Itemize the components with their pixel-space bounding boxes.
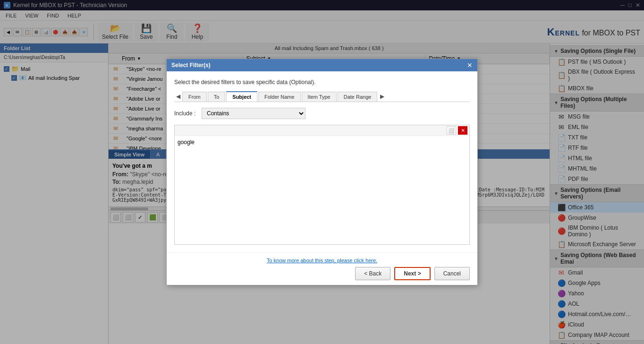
include-label: Include :: [174, 110, 198, 117]
back-button[interactable]: < Back: [355, 267, 390, 280]
filter-value-input[interactable]: [175, 136, 469, 240]
modal-footer: To know more about this step, please cli…: [167, 252, 477, 285]
filter-toolbar-btn-1[interactable]: ⬜: [447, 126, 456, 135]
filter-text-toolbar: ⬜ ✕: [175, 125, 469, 136]
next-button[interactable]: Next >: [394, 267, 430, 280]
filter-tabs-row: ◀ From To Subject Folder Name Item Type …: [174, 91, 470, 102]
tab-date-range[interactable]: Date Range: [338, 92, 378, 102]
tab-item-type[interactable]: Item Type: [302, 92, 337, 102]
filter-text-area: ⬜ ✕: [174, 125, 470, 245]
filter-tabs-next[interactable]: ▶: [378, 92, 386, 101]
cancel-button[interactable]: Cancel: [434, 267, 470, 280]
modal-title: Select Filter(s): [171, 62, 211, 69]
tab-from[interactable]: From: [182, 92, 207, 102]
modal-close-button[interactable]: ✕: [467, 62, 473, 69]
include-select[interactable]: Contains Does Not Contain Starts With En…: [202, 108, 305, 119]
tab-to[interactable]: To: [208, 92, 226, 102]
filter-tabs-prev[interactable]: ◀: [174, 92, 182, 101]
tab-folder-name[interactable]: Folder Name: [258, 92, 301, 102]
modal-body: Select the desired filters to save speci…: [167, 71, 477, 252]
select-filters-modal: Select Filter(s) ✕ Select the desired fi…: [166, 59, 478, 285]
modal-description: Select the desired filters to save speci…: [174, 79, 470, 86]
modal-overlay: Select Filter(s) ✕ Select the desired fi…: [0, 0, 644, 344]
modal-hint[interactable]: To know more about this step, please cli…: [174, 258, 470, 263]
modal-buttons: < Back Next > Cancel: [174, 267, 470, 280]
filter-clear-button[interactable]: ✕: [458, 126, 467, 135]
modal-title-bar: Select Filter(s) ✕: [167, 59, 477, 71]
tab-subject[interactable]: Subject: [226, 91, 257, 102]
filter-include-row: Include : Contains Does Not Contain Star…: [174, 108, 470, 119]
